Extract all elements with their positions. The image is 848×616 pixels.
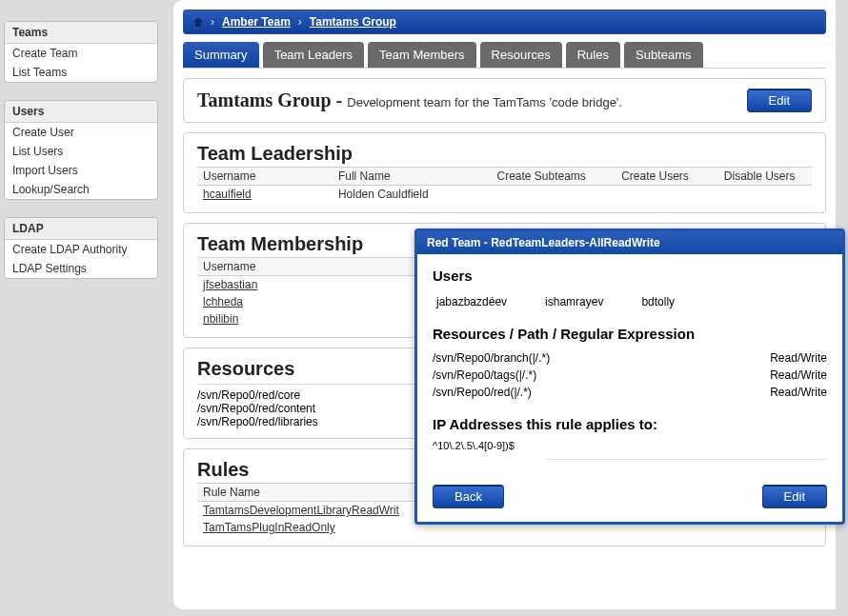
tab-rules[interactable]: Rules — [566, 42, 620, 68]
col-username: Username — [197, 168, 333, 186]
sidebar-group-title: Users — [5, 101, 157, 123]
sidebar-item-create-user[interactable]: Create User — [5, 123, 157, 142]
table-row: hcaulfield Holden Cauldfield — [197, 186, 812, 204]
sidebar-item-create-team[interactable]: Create Team — [5, 44, 157, 63]
popup-user: bdtolly — [641, 295, 675, 308]
back-button[interactable]: Back — [433, 485, 504, 508]
sidebar-group-teams: Teams Create Team List Teams — [4, 21, 158, 83]
leadership-panel: Team Leadership Username Full Name Creat… — [183, 132, 826, 213]
home-icon[interactable] — [193, 17, 203, 27]
popup-users-row: jabazbazdéev ishamrayev bdtolly — [433, 291, 827, 322]
col-disable-users: Disable Users — [707, 168, 812, 186]
sidebar-item-list-users[interactable]: List Users — [5, 142, 157, 161]
popup-user: ishamrayev — [545, 295, 603, 308]
leadership-table: Username Full Name Create Subteams Creat… — [197, 167, 812, 203]
edit-team-button[interactable]: Edit — [747, 89, 812, 112]
team-dash: - — [332, 89, 348, 110]
sidebar-item-create-ldap-authority[interactable]: Create LDAP Authority — [5, 240, 157, 259]
tab-subteams[interactable]: Subteams — [624, 42, 703, 68]
col-fullname: Full Name — [333, 168, 480, 186]
edit-rule-button[interactable]: Edit — [762, 485, 827, 508]
sidebar-item-import-users[interactable]: Import Users — [5, 161, 157, 180]
popup-resource-perm: Read/Write — [770, 351, 827, 365]
popup-resource-row: /svn/Repo0/tags(|/.*) Read/Write — [433, 367, 827, 384]
rule-link[interactable]: TamTamsPlugInReadOnly — [203, 521, 335, 534]
member-link[interactable]: jfsebastian — [203, 278, 257, 291]
popup-resources-title: Resources / Path / Regular Expression — [433, 326, 827, 342]
popup-resource-perm: Read/Write — [770, 368, 827, 382]
team-description: Development team for the TamTams 'code b… — [347, 95, 622, 109]
popup-resource-path: /svn/Repo0/branch(|/.*) — [433, 351, 550, 365]
popup-users-title: Users — [433, 268, 827, 284]
sidebar: Teams Create Team List Teams Users Creat… — [4, 21, 158, 296]
col-username: Username — [197, 258, 413, 276]
member-link[interactable]: lchheda — [203, 295, 243, 308]
popup-user: jabazbazdéev — [436, 295, 507, 308]
tab-summary[interactable]: Summary — [183, 42, 259, 68]
team-name: Tamtams Group — [197, 89, 332, 110]
popup-resource-row: /svn/Repo0/red(|/.*) Read/Write — [433, 384, 827, 401]
popup-resource-perm: Read/Write — [770, 386, 827, 399]
col-create-subteams: Create Subteams — [480, 168, 603, 186]
tab-team-leaders[interactable]: Team Leaders — [263, 42, 364, 68]
popup-footer: Back Edit — [417, 481, 842, 522]
sidebar-group-title: LDAP — [5, 218, 157, 240]
popup-body: Users jabazbazdéev ishamrayev bdtolly Re… — [417, 254, 842, 481]
popup-resource-path: /svn/Repo0/red(|/.*) — [433, 386, 532, 399]
divider — [547, 459, 827, 460]
team-title: Tamtams Group - Development team for the… — [197, 89, 622, 111]
popup-resource-path: /svn/Repo0/tags(|/.*) — [433, 368, 536, 382]
popup-title: Red Team - RedTeamLeaders-AllReadWrite — [417, 231, 842, 254]
sidebar-item-lookup-search[interactable]: Lookup/Search — [5, 180, 157, 199]
sidebar-item-list-teams[interactable]: List Teams — [5, 63, 157, 82]
breadcrumb: › Amber Team › Tamtams Group — [183, 10, 826, 34]
popup-ip-title: IP Addresses this rule applies to: — [433, 416, 827, 432]
tab-resources[interactable]: Resources — [480, 42, 562, 68]
rule-link[interactable]: TamtamsDevelopmentLibraryReadWrit — [203, 504, 399, 517]
team-header-panel: Tamtams Group - Development team for the… — [183, 78, 826, 123]
popup-resource-row: /svn/Repo0/branch(|/.*) Read/Write — [433, 349, 827, 367]
tab-team-members[interactable]: Team Members — [368, 42, 476, 68]
leadership-title: Team Leadership — [197, 143, 812, 165]
rule-detail-popup: Red Team - RedTeamLeaders-AllReadWrite U… — [414, 229, 845, 525]
breadcrumb-link-amber-team[interactable]: Amber Team — [222, 15, 291, 29]
leader-fullname: Holden Cauldfield — [333, 186, 480, 204]
breadcrumb-sep: › — [211, 15, 214, 29]
col-create-users: Create Users — [603, 168, 708, 186]
sidebar-item-ldap-settings[interactable]: LDAP Settings — [5, 259, 157, 278]
breadcrumb-sep: › — [298, 15, 302, 29]
sidebar-group-users: Users Create User List Users Import User… — [4, 100, 158, 200]
sidebar-group-title: Teams — [5, 22, 157, 44]
sidebar-group-ldap: LDAP Create LDAP Authority LDAP Settings — [4, 217, 158, 279]
tabs: Summary Team Leaders Team Members Resour… — [183, 42, 826, 69]
breadcrumb-link-tamtams-group[interactable]: Tamtams Group — [310, 15, 396, 29]
member-link[interactable]: nbilibin — [203, 312, 238, 326]
leader-username-link[interactable]: hcaulfield — [203, 188, 252, 201]
popup-ip-pattern: ^10\.2\.5\.4[0-9])$ — [433, 440, 827, 451]
